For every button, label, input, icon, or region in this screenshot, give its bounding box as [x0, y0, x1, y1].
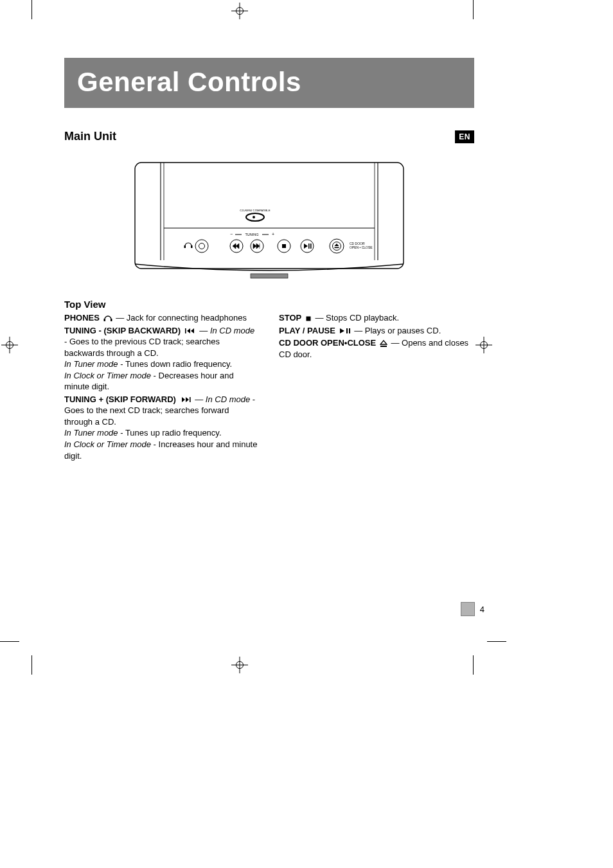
- control-label: TUNING - (SKIP BACKWARD): [64, 326, 181, 335]
- registration-mark: [1, 337, 18, 353]
- right-column: STOP — Stops CD playback.PLAY / PAUSE — …: [279, 312, 474, 463]
- headphones-icon: [184, 243, 193, 248]
- svg-rect-31: [190, 397, 191, 402]
- svg-rect-33: [346, 328, 348, 333]
- registration-mark: [231, 657, 248, 673]
- crop-mark: [31, 0, 32, 19]
- svg-rect-32: [306, 316, 310, 321]
- svg-rect-34: [349, 328, 350, 333]
- phones-jack: [195, 240, 208, 252]
- eject-icon: [378, 338, 389, 348]
- skip-back-icon: [183, 326, 197, 335]
- cd-compatible-label: CD-R/RW COMPATIBLE: [240, 209, 270, 221]
- control-entry: STOP — Stops CD playback.: [279, 312, 474, 324]
- page-number: 4: [480, 605, 484, 614]
- control-label: CD DOOR OPEN•CLOSE: [279, 338, 376, 348]
- registration-mark: [475, 337, 492, 353]
- left-column: PHONES — Jack for connecting headphonesT…: [64, 312, 260, 463]
- section-header-row: Main Unit EN: [64, 130, 474, 143]
- skip-back-button: [230, 240, 243, 252]
- skip-fwd-icon: [179, 394, 193, 404]
- control-label: STOP: [279, 313, 301, 323]
- control-entry: PLAY / PAUSE — Plays or pauses CD.: [279, 325, 474, 337]
- device-illustration: CD-R/RW COMPATIBLE TUNING − +: [129, 157, 410, 286]
- section-title: Main Unit: [64, 130, 455, 143]
- svg-rect-30: [185, 328, 186, 333]
- svg-rect-13: [184, 245, 186, 248]
- control-text: In Clock or Timer mode - Increases hour …: [64, 439, 257, 461]
- svg-rect-22: [308, 244, 310, 249]
- svg-text:CD-R/RW COMPATIBLE: CD-R/RW COMPATIBLE: [240, 209, 270, 212]
- language-badge: EN: [455, 130, 474, 143]
- headphones-icon: [102, 313, 114, 323]
- svg-text:−: −: [230, 232, 233, 236]
- description-columns: PHONES — Jack for connecting headphonesT…: [64, 312, 474, 463]
- control-entry: PHONES — Jack for connecting headphones: [64, 312, 260, 324]
- control-text: In Clock or Timer mode - Decreases hour …: [64, 371, 234, 392]
- eject-button: [330, 239, 344, 253]
- control-label: PLAY / PAUSE: [279, 326, 335, 335]
- control-text: — Stops CD playback.: [315, 313, 399, 323]
- svg-text:+: +: [272, 232, 274, 236]
- control-label: PHONES: [64, 313, 100, 323]
- tuning-label: TUNING: [245, 233, 258, 236]
- crop-mark: [473, 0, 474, 19]
- crop-mark: [31, 655, 32, 675]
- play-pause-icon: [338, 326, 352, 335]
- page-footer: 4: [461, 602, 484, 616]
- svg-rect-29: [111, 319, 112, 321]
- svg-rect-20: [282, 244, 286, 248]
- control-entry: TUNING - (SKIP BACKWARD) — In CD mode - …: [64, 325, 260, 393]
- subheading: Top View: [64, 299, 474, 310]
- crop-mark: [0, 641, 19, 642]
- cd-door-label-2: OPEN • CLOSE: [350, 245, 373, 249]
- control-entry: TUNING + (SKIP FORWARD) — In CD mode - G…: [64, 394, 260, 461]
- crop-mark: [473, 655, 474, 675]
- svg-rect-14: [191, 245, 193, 248]
- control-entry: CD DOOR OPEN•CLOSE — Opens and closes CD…: [279, 337, 474, 360]
- stop-button: [278, 240, 290, 252]
- svg-rect-35: [380, 346, 387, 347]
- control-label: TUNING + (SKIP FORWARD): [64, 394, 176, 404]
- svg-rect-23: [310, 244, 312, 249]
- svg-point-15: [195, 240, 208, 252]
- page-content: General Controls Main Unit EN CD-R/RW CO…: [64, 58, 474, 463]
- registration-mark: [231, 3, 248, 19]
- stop-icon: [304, 313, 313, 323]
- control-text: — Plays or pauses CD.: [354, 326, 441, 335]
- page-title: General Controls: [64, 58, 474, 108]
- play-pause-button: [301, 240, 314, 252]
- control-text: In Tuner mode - Tunes down radio frequen…: [64, 359, 232, 369]
- control-text: In Tuner mode - Tunes up radio frequency…: [64, 428, 222, 438]
- svg-point-16: [199, 244, 205, 249]
- svg-rect-28: [103, 319, 105, 321]
- control-text: — Jack for connecting headphones: [116, 313, 247, 323]
- skip-forward-button: [251, 240, 263, 252]
- crop-mark: [487, 641, 506, 642]
- svg-rect-26: [335, 247, 339, 249]
- svg-rect-27: [251, 274, 288, 278]
- svg-rect-0: [135, 163, 404, 269]
- svg-point-8: [253, 216, 255, 218]
- footer-square: [461, 602, 475, 616]
